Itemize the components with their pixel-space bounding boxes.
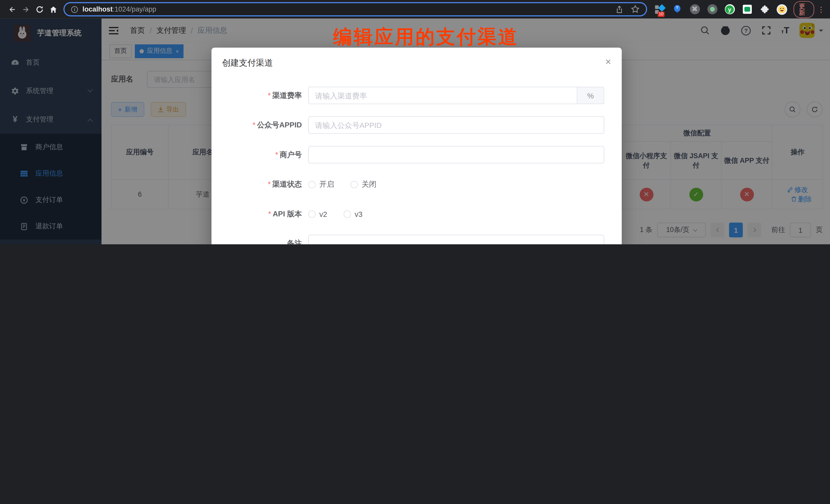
rate-field-label: *渠道费率 <box>212 91 308 100</box>
extension-y-icon[interactable]: y <box>724 4 735 14</box>
status-closed-radio[interactable]: 关闭 <box>350 180 376 189</box>
profile-avatar-icon[interactable] <box>777 4 787 14</box>
forward-icon <box>22 5 30 13</box>
radio-icon <box>350 181 358 188</box>
status-field-label: *渠道状态 <box>212 180 308 189</box>
address-bar[interactable]: localhost:1024/pay/app <box>64 2 647 17</box>
browser-back-button[interactable] <box>5 2 19 16</box>
browser-menu-icon[interactable]: ⋮ <box>818 7 825 12</box>
browser-toolbar: localhost:1024/pay/app 10 ⌘ y <box>0 0 830 19</box>
appid-field-label: *公众号APPID <box>212 120 308 130</box>
merchant-field-label: *商户号 <box>212 150 308 159</box>
required-asterisk: * <box>253 120 255 129</box>
extensions-area: 10 ⌘ y <box>655 4 787 14</box>
close-icon[interactable]: × <box>605 58 611 66</box>
extensions-puzzle-icon[interactable] <box>759 4 770 14</box>
extension-chat-icon[interactable] <box>742 4 752 14</box>
radio-icon <box>308 210 316 218</box>
channel-rate-input[interactable] <box>308 87 577 104</box>
back-icon <box>8 5 17 13</box>
status-open-radio[interactable]: 开启 <box>308 180 334 189</box>
remark-field-label: 备注 <box>212 239 308 244</box>
required-asterisk: * <box>268 91 271 99</box>
radio-icon <box>344 210 351 218</box>
create-pay-channel-dialog: 创建支付渠道 × *渠道费率 % *公众号APPID *商户号 <box>212 48 622 244</box>
extension-grey-dot-icon[interactable] <box>707 4 717 14</box>
bookmark-star-icon[interactable] <box>631 5 640 14</box>
extension-command-icon[interactable]: ⌘ <box>690 4 700 14</box>
required-asterisk: * <box>268 209 271 218</box>
share-icon[interactable] <box>615 5 624 13</box>
api-v3-radio[interactable]: v3 <box>344 210 362 218</box>
remark-input[interactable] <box>308 235 604 244</box>
url-text[interactable]: localhost:1024/pay/app <box>83 5 156 13</box>
radio-icon <box>308 181 316 188</box>
required-asterisk: * <box>275 150 278 158</box>
extension-balloon-icon[interactable] <box>672 4 682 14</box>
api-version-field-label: *API 版本 <box>212 209 308 219</box>
percent-suffix: % <box>577 87 604 104</box>
browser-home-button[interactable] <box>46 2 61 16</box>
merchant-id-input[interactable] <box>308 146 604 163</box>
browser-update-button[interactable]: 更新 <box>794 1 814 18</box>
browser-forward-button[interactable] <box>19 2 33 16</box>
site-info-icon[interactable] <box>71 6 78 13</box>
annotation-text: 编辑应用的支付渠道 <box>333 24 518 50</box>
extension-badge: 10 <box>658 11 665 17</box>
browser-reload-button[interactable] <box>33 2 46 16</box>
screen: localhost:1024/pay/app 10 ⌘ y <box>0 0 830 244</box>
official-account-appid-input[interactable] <box>308 116 604 134</box>
required-asterisk: * <box>268 180 271 188</box>
extension-sketch-icon[interactable]: 10 <box>655 4 665 14</box>
dialog-title: 创建支付渠道 <box>222 58 273 69</box>
reload-icon <box>35 5 44 13</box>
api-v2-radio[interactable]: v2 <box>308 210 327 218</box>
home-icon <box>49 5 58 13</box>
